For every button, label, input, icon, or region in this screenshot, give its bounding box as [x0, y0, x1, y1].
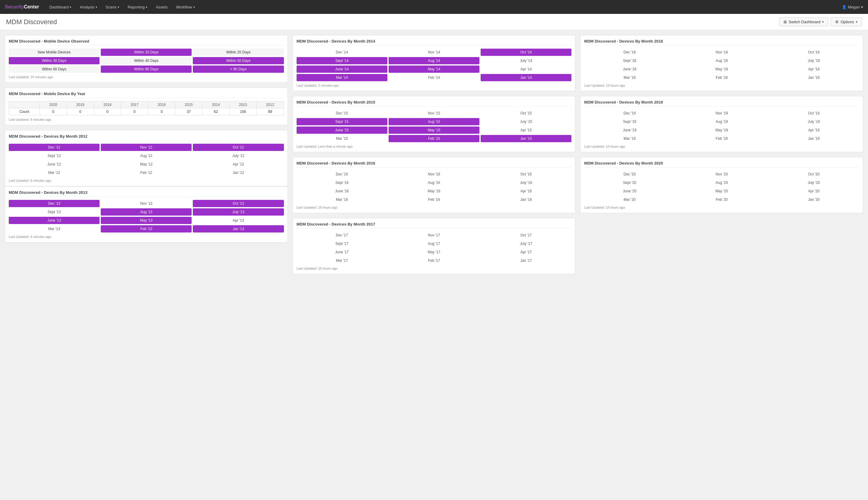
month-cell[interactable]: July '15 [481, 118, 572, 125]
month-cell[interactable]: Nov '14 [389, 49, 479, 56]
month-cell[interactable]: Jan '13 [193, 225, 284, 232]
month-cell[interactable]: Aug '16 [389, 179, 479, 186]
month-cell[interactable]: Oct '19 [769, 110, 859, 117]
nav-workflow[interactable]: Workflow ▾ [172, 0, 199, 14]
month-cell[interactable]: July '19 [769, 118, 859, 125]
month-cell[interactable]: Mar '12 [9, 169, 99, 176]
month-cell[interactable]: Feb '13 [101, 225, 191, 232]
month-cell[interactable]: Apr '16 [481, 188, 572, 195]
month-cell[interactable]: Aug '18 [677, 57, 767, 64]
month-cell[interactable]: Dec '12 [9, 144, 99, 151]
nav-assets[interactable]: Assets [151, 0, 172, 14]
month-cell[interactable]: July '20 [769, 179, 859, 186]
observed-cell[interactable]: Within 90 Days [101, 66, 191, 73]
month-cell[interactable]: Dec '14 [296, 49, 387, 56]
month-cell[interactable]: Apr '12 [193, 161, 284, 168]
month-cell[interactable]: Jan '12 [193, 169, 284, 176]
month-cell[interactable]: Dec '18 [584, 49, 675, 56]
month-cell[interactable]: Oct '12 [193, 144, 284, 151]
month-cell[interactable]: Nov '15 [389, 110, 479, 117]
month-cell[interactable]: June '19 [584, 126, 675, 134]
nav-dashboard[interactable]: Dashboard ▾ [45, 0, 76, 14]
month-cell[interactable]: Jan '19 [769, 135, 859, 142]
month-cell[interactable]: Apr '18 [769, 66, 859, 73]
month-cell[interactable]: Nov '16 [389, 171, 479, 178]
month-cell[interactable]: Jan '17 [481, 257, 572, 264]
month-cell[interactable]: Aug '20 [677, 179, 767, 186]
observed-cell[interactable]: Within 40 Days [101, 57, 191, 64]
month-cell[interactable]: Feb '20 [677, 196, 767, 203]
month-cell[interactable]: Sept '18 [584, 57, 675, 64]
month-cell[interactable]: June '15 [296, 126, 387, 134]
month-cell[interactable]: Feb '15 [389, 135, 479, 142]
month-cell[interactable]: Sept '15 [296, 118, 387, 125]
month-cell[interactable]: June '13 [9, 217, 99, 224]
month-cell[interactable]: July '13 [193, 208, 284, 216]
month-cell[interactable]: June '16 [296, 188, 387, 195]
month-cell[interactable]: Feb '12 [101, 169, 191, 176]
month-cell[interactable]: Oct '18 [769, 49, 859, 56]
month-cell[interactable]: May '12 [101, 161, 191, 168]
month-cell[interactable]: Aug '17 [389, 240, 479, 247]
month-cell[interactable]: Apr '19 [769, 126, 859, 134]
month-cell[interactable]: Jan '15 [481, 135, 572, 142]
month-cell[interactable]: Apr '15 [481, 126, 572, 134]
month-cell[interactable]: Sept '14 [296, 57, 387, 64]
month-cell[interactable]: June '20 [584, 188, 675, 195]
month-cell[interactable]: Nov '12 [101, 144, 191, 151]
month-cell[interactable]: Sept '13 [9, 208, 99, 216]
month-cell[interactable]: Apr '17 [481, 249, 572, 256]
month-cell[interactable]: Sept '16 [296, 179, 387, 186]
observed-cell[interactable]: New Mobile Devices [9, 49, 99, 56]
month-cell[interactable]: May '16 [389, 188, 479, 195]
month-cell[interactable]: Aug '14 [389, 57, 479, 64]
month-cell[interactable]: Jan '18 [769, 74, 859, 81]
month-cell[interactable]: Mar '13 [9, 225, 99, 232]
observed-cell[interactable]: Within 30 Days [9, 57, 99, 64]
observed-cell[interactable]: Within 20 Days [193, 49, 284, 56]
observed-cell[interactable]: Within 60 Days [9, 66, 99, 73]
month-cell[interactable]: Apr '20 [769, 188, 859, 195]
month-cell[interactable]: Jan '16 [481, 196, 572, 203]
user-menu[interactable]: 👤 Megan ▾ [842, 5, 863, 9]
month-cell[interactable]: May '13 [101, 217, 191, 224]
month-cell[interactable]: Sept '12 [9, 152, 99, 159]
month-cell[interactable]: May '17 [389, 249, 479, 256]
month-cell[interactable]: Dec '19 [584, 110, 675, 117]
month-cell[interactable]: June '12 [9, 161, 99, 168]
month-cell[interactable]: Aug '13 [101, 208, 191, 216]
month-cell[interactable]: Mar '18 [584, 74, 675, 81]
month-cell[interactable]: Nov '20 [677, 171, 767, 178]
month-cell[interactable]: Sept '17 [296, 240, 387, 247]
month-cell[interactable]: Feb '19 [677, 135, 767, 142]
month-cell[interactable]: Dec '15 [296, 110, 387, 117]
month-cell[interactable]: May '18 [677, 66, 767, 73]
observed-cell[interactable]: > 90 Days [193, 66, 284, 73]
month-cell[interactable]: Feb '16 [389, 196, 479, 203]
observed-cell[interactable]: Within 50 Days [193, 57, 284, 64]
nav-analysis[interactable]: Analysis ▾ [75, 0, 101, 14]
month-cell[interactable]: June '17 [296, 249, 387, 256]
month-cell[interactable]: Mar '17 [296, 257, 387, 264]
month-cell[interactable]: July '14 [481, 57, 572, 64]
month-cell[interactable]: Sept '19 [584, 118, 675, 125]
month-cell[interactable]: May '14 [389, 66, 479, 73]
month-cell[interactable]: Aug '15 [389, 118, 479, 125]
month-cell[interactable]: Apr '14 [481, 66, 572, 73]
month-cell[interactable]: May '15 [389, 126, 479, 134]
month-cell[interactable]: Jan '20 [769, 196, 859, 203]
observed-cell[interactable]: Within 10 Days [101, 49, 191, 56]
month-cell[interactable]: Dec '17 [296, 231, 387, 239]
month-cell[interactable]: Dec '20 [584, 171, 675, 178]
month-cell[interactable]: Mar '16 [296, 196, 387, 203]
month-cell[interactable]: Mar '15 [296, 135, 387, 142]
month-cell[interactable]: Oct '13 [193, 200, 284, 207]
month-cell[interactable]: July '12 [193, 152, 284, 159]
month-cell[interactable]: Apr '13 [193, 217, 284, 224]
month-cell[interactable]: Dec '16 [296, 171, 387, 178]
switch-dashboard-button[interactable]: ⊞ Switch Dashboard ▾ [779, 18, 829, 26]
month-cell[interactable]: Nov '13 [101, 200, 191, 207]
month-cell[interactable]: Aug '19 [677, 118, 767, 125]
month-cell[interactable]: Oct '16 [481, 171, 572, 178]
month-cell[interactable]: Jan '14 [481, 74, 572, 81]
